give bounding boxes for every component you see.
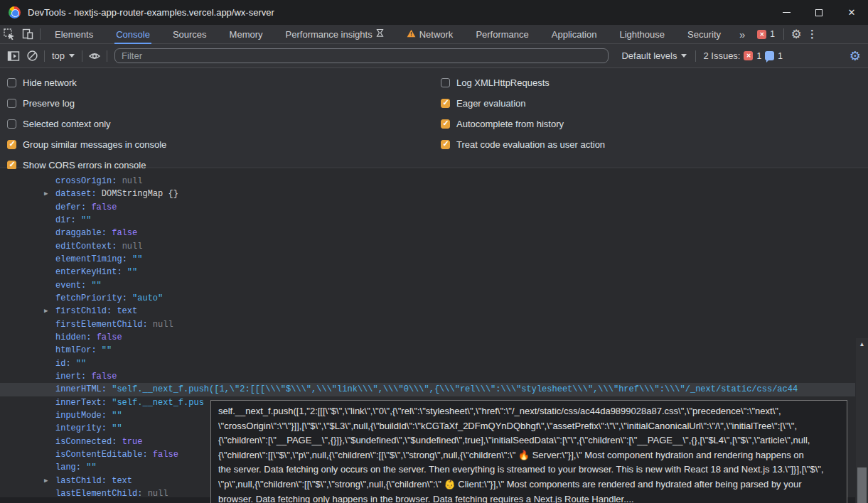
setting-group-similar-messages-in-console[interactable]: Group similar messages in console xyxy=(7,134,166,155)
context-label: top xyxy=(52,50,65,61)
tooltip-line: \"crossOrigin\":\"\"}]],[\"$\",\"$L3\",n… xyxy=(218,419,840,434)
tooltip-line: self.__next_f.push([1,"2:[[[\"$\",\"link… xyxy=(218,404,840,419)
setting-log-xmlhttprequests[interactable]: Log XMLHttpRequests xyxy=(441,72,605,93)
tab-security[interactable]: Security xyxy=(686,25,722,44)
property-value: null xyxy=(122,176,143,186)
checkbox-unchecked-icon[interactable] xyxy=(7,78,16,87)
property-row-crossOrigin[interactable]: crossOrigin: null xyxy=(0,175,855,188)
checkbox-checked-icon[interactable] xyxy=(441,99,450,108)
console-toolbar: top Default levels 2 Issues: ✕ 1 1 ⚙ xyxy=(0,44,868,68)
warning-triangle-icon xyxy=(407,29,416,40)
checkbox-unchecked-icon[interactable] xyxy=(7,99,16,108)
scroll-up-arrow-icon[interactable]: ▲ xyxy=(856,338,868,350)
tab-application[interactable]: Application xyxy=(550,25,599,44)
property-row-fetchPriority[interactable]: fetchPriority: "auto" xyxy=(0,292,855,305)
property-colon: : xyxy=(91,189,101,199)
settings-column-right: Log XMLHttpRequestsEager evaluationAutoc… xyxy=(441,72,605,155)
property-row-enterKeyHint[interactable]: enterKeyHint: "" xyxy=(0,266,855,278)
tab-performance-insights[interactable]: Performance insights xyxy=(284,25,385,44)
tabbar-issues-badge[interactable]: ✕ 1 xyxy=(757,29,775,39)
setting-preserve-log[interactable]: Preserve log xyxy=(7,93,166,114)
setting-label: Autocomplete from history xyxy=(456,119,564,129)
property-row-hidden[interactable]: hidden: false xyxy=(0,331,855,344)
create-live-expression-button[interactable] xyxy=(85,47,104,65)
maximize-button[interactable] xyxy=(803,0,835,25)
property-row-elementTiming[interactable]: elementTiming: "" xyxy=(0,253,855,266)
checkbox-checked-icon[interactable] xyxy=(7,140,16,149)
minimize-icon xyxy=(783,12,791,13)
toggle-console-sidebar-button[interactable] xyxy=(4,47,23,65)
property-name: lang xyxy=(55,463,76,472)
tab-label: Lighthouse xyxy=(619,29,665,40)
property-value: "" xyxy=(102,345,112,355)
property-row-id[interactable]: id: "" xyxy=(0,357,855,370)
scrollbar-thumb[interactable] xyxy=(857,467,867,503)
expand-arrow-icon[interactable]: ▶ xyxy=(44,188,48,200)
property-row-firstChild[interactable]: ▶firstChild: text xyxy=(0,305,855,318)
setting-autocomplete-from-history[interactable]: Autocomplete from history xyxy=(441,114,605,134)
tab-memory[interactable]: Memory xyxy=(228,25,264,44)
property-value: null xyxy=(153,320,173,330)
more-tabs-button[interactable]: » xyxy=(739,28,744,40)
property-value: false xyxy=(91,372,117,382)
property-colon: : xyxy=(76,463,86,472)
tab-label: Network xyxy=(419,29,454,40)
checkbox-unchecked-icon[interactable] xyxy=(7,119,16,129)
property-name: firstChild xyxy=(55,306,107,316)
checkbox-checked-icon[interactable] xyxy=(441,119,450,129)
setting-hide-network[interactable]: Hide network xyxy=(7,72,166,93)
setting-treat-code-evaluation-as-user-action[interactable]: Treat code evaluation as user action xyxy=(441,134,605,155)
issues-counter[interactable]: 2 Issues: ✕ 1 1 xyxy=(699,50,786,61)
checkbox-checked-icon[interactable] xyxy=(441,140,450,149)
devtools-menu-button[interactable]: ⋮ xyxy=(807,28,818,40)
property-row-inert[interactable]: inert: false xyxy=(0,370,855,383)
property-row-editContext[interactable]: editContext: null xyxy=(0,240,855,253)
property-name: crossOrigin xyxy=(55,176,112,186)
inspect-element-button[interactable] xyxy=(0,25,18,43)
tab-console[interactable]: Console xyxy=(114,25,151,44)
javascript-context-selector[interactable]: top xyxy=(48,50,79,61)
console-settings-button[interactable]: ⚙ xyxy=(850,50,861,63)
tab-network[interactable]: Network xyxy=(405,25,455,44)
property-row-htmlFor[interactable]: htmlFor: "" xyxy=(0,344,855,357)
tab-performance[interactable]: Performance xyxy=(474,25,530,44)
tab-label: Performance insights xyxy=(286,29,373,40)
property-value: text xyxy=(112,476,132,486)
clear-console-icon xyxy=(26,50,38,62)
checkbox-unchecked-icon[interactable] xyxy=(441,78,450,87)
kebab-icon: ⋮ xyxy=(807,28,818,40)
property-row-innerHTML[interactable]: innerHTML: "self.__next_f.push([1,\"2:[[… xyxy=(0,383,855,396)
property-name: id xyxy=(55,359,65,369)
property-name: elementTiming xyxy=(55,254,122,264)
property-colon: : xyxy=(71,215,81,225)
vertical-scrollbar[interactable]: ▲ xyxy=(856,338,868,503)
tab-sources[interactable]: Sources xyxy=(171,25,208,44)
setting-eager-evaluation[interactable]: Eager evaluation xyxy=(441,93,605,114)
minimize-button[interactable] xyxy=(770,0,803,25)
console-filter-input[interactable] xyxy=(114,48,609,63)
log-levels-dropdown[interactable]: Default levels xyxy=(616,50,692,61)
property-name: htmlFor xyxy=(55,345,91,355)
tab-label: Application xyxy=(552,29,597,40)
property-row-draggable[interactable]: draggable: false xyxy=(0,227,855,239)
expand-arrow-icon[interactable]: ▶ xyxy=(44,475,48,487)
toggle-device-toolbar-button[interactable] xyxy=(18,25,37,43)
setting-label: Selected context only xyxy=(23,119,111,129)
setting-selected-context-only[interactable]: Selected context only xyxy=(7,114,166,134)
tab-elements[interactable]: Elements xyxy=(53,25,95,44)
property-row-defer[interactable]: defer: false xyxy=(0,201,855,214)
property-row-dir[interactable]: dir: "" xyxy=(0,214,855,227)
clear-console-button[interactable] xyxy=(23,47,41,65)
separator xyxy=(783,28,784,40)
property-name: enterKeyHint xyxy=(55,267,117,277)
property-row-dataset[interactable]: ▶dataset: DOMStringMap {} xyxy=(0,188,855,200)
property-row-firstElementChild[interactable]: firstElementChild: null xyxy=(0,318,855,331)
error-count: 1 xyxy=(756,51,761,61)
tab-lighthouse[interactable]: Lighthouse xyxy=(618,25,666,44)
property-value: text xyxy=(117,306,137,316)
property-row-event[interactable]: event: "" xyxy=(0,279,855,292)
devtools-settings-button[interactable]: ⚙ xyxy=(787,25,805,43)
close-button[interactable]: ✕ xyxy=(835,0,868,25)
expand-arrow-icon[interactable]: ▶ xyxy=(44,305,48,318)
property-colon: : xyxy=(81,372,91,382)
